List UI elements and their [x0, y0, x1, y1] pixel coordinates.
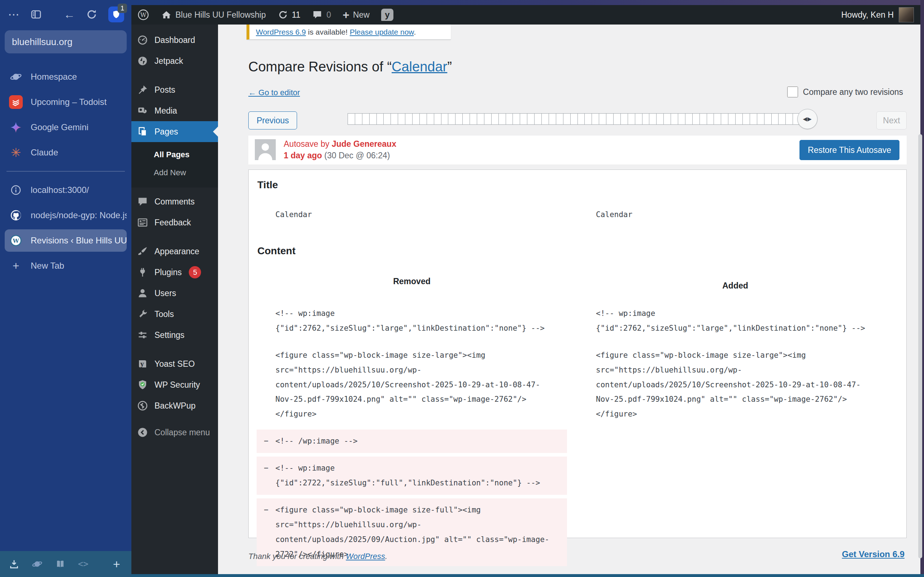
diff-column-headers: Removed Added	[257, 273, 906, 298]
menu-pages-current[interactable]: Pages	[131, 121, 218, 142]
menu-label: Plugins	[155, 268, 181, 277]
site-name-menu[interactable]: Blue Hills UU Fellowship	[155, 5, 272, 24]
comment-count: 0	[326, 10, 331, 20]
wp-logo-menu[interactable]: W	[131, 5, 155, 24]
menu-label: Pages	[155, 127, 178, 137]
pages-icon	[136, 126, 149, 138]
updates-menu[interactable]: 11	[272, 5, 307, 24]
menu-label: Appearance	[155, 247, 199, 256]
diff-row: <!-- /wp:image --> <!-- /wp:image -->	[257, 570, 906, 574]
yoast-menu[interactable]: y	[375, 5, 399, 24]
menu-media[interactable]: Media	[131, 100, 218, 121]
calendar-page-link[interactable]: Calendar	[392, 59, 447, 74]
new-tab-button[interactable]: + New Tab	[5, 255, 127, 277]
submenu-all-pages[interactable]: All Pages	[131, 146, 218, 164]
get-version-link[interactable]: Get Version 6.9	[842, 549, 905, 559]
menu-dashboard[interactable]: Dashboard	[131, 29, 218, 50]
menu-jetpack[interactable]: Jetpack	[131, 50, 218, 71]
url-bar[interactable]: bluehillsuu.org	[5, 30, 127, 53]
jetpack-icon	[136, 55, 149, 67]
wp-admin-bar: W Blue Hills UU Fellowship 11 0 + New y	[131, 5, 921, 24]
menu-wp-security[interactable]: WP Security	[131, 374, 218, 395]
menu-feedback[interactable]: Feedback	[131, 212, 218, 233]
my-account-menu[interactable]: Howdy, Ken H	[842, 7, 921, 23]
browser-toolbar: ⋯ ← 1	[0, 0, 131, 25]
media-icon	[136, 105, 149, 117]
code-icon[interactable]: <>	[78, 558, 89, 571]
go-to-editor-link[interactable]: ← Go to editor	[248, 88, 300, 97]
tab-localhost[interactable]: localhost:3000/	[5, 179, 127, 201]
menu-appearance[interactable]: Appearance	[131, 241, 218, 262]
users-icon	[136, 287, 149, 299]
wordpress-link[interactable]: WordPress	[346, 552, 385, 561]
sidebar-toggle-icon[interactable]	[30, 6, 42, 23]
tab-group-divider	[6, 171, 125, 172]
home-icon	[161, 10, 172, 20]
next-button[interactable]: Next	[876, 111, 907, 129]
settings-sliders-icon	[136, 329, 149, 341]
tab-gemini[interactable]: Google Gemini	[5, 116, 127, 139]
tab-homespace[interactable]: Homespace	[5, 66, 127, 88]
footer-version: Get Version 6.9	[842, 549, 905, 559]
autosave-byline: Autosave by Jude Genereaux	[284, 139, 396, 149]
menu-users[interactable]: Users	[131, 283, 218, 304]
menu-comments[interactable]: Comments	[131, 191, 218, 212]
submenu-add-new[interactable]: Add New	[131, 164, 218, 182]
tab-todoist[interactable]: Upcoming – Todoist	[5, 91, 127, 113]
menu-settings[interactable]: Settings	[131, 324, 218, 345]
tab-label: localhost:3000/	[31, 185, 89, 195]
footer-thanks: Thank you for creating with WordPress.	[248, 552, 387, 561]
downloads-icon[interactable]	[9, 558, 19, 571]
menu-label: Comments	[155, 197, 195, 206]
wp-logo-icon: W	[141, 11, 147, 18]
new-tab-label: New Tab	[31, 261, 64, 271]
revisions-diff-panel: Title Calendar Calendar Content Removed …	[248, 169, 907, 538]
tab-label: nodejs/node-gyp: Node.js na	[31, 210, 127, 220]
compare-checkbox[interactable]	[787, 87, 798, 97]
backup-icon	[136, 400, 149, 412]
revision-tickmarks[interactable]	[347, 113, 808, 125]
tab-label: Revisions ‹ Blue Hills UU Fell	[31, 235, 127, 246]
please-update-link[interactable]: Please update now	[350, 28, 414, 36]
previous-button[interactable]: Previous	[248, 111, 297, 129]
comments-menu[interactable]: 0	[306, 5, 337, 24]
minus-marker: −	[264, 434, 268, 449]
menu-posts[interactable]: Posts	[131, 79, 218, 100]
tab-label: Google Gemini	[31, 122, 89, 132]
menu-label: Tools	[155, 309, 174, 319]
back-icon[interactable]: ←	[63, 6, 75, 23]
tab-claude[interactable]: ✳ Claude	[5, 141, 127, 164]
wordpress-69-link[interactable]: WordPress 6.9	[256, 28, 306, 36]
tab-github[interactable]: nodejs/node-gyp: Node.js na	[5, 204, 127, 226]
tab-revisions-active[interactable]: W Revisions ‹ Blue Hills UU Fell	[5, 229, 127, 252]
reload-icon[interactable]	[86, 6, 97, 23]
comment-bubble-icon	[312, 10, 323, 20]
new-content-menu[interactable]: + New	[337, 5, 375, 24]
menu-yoast-seo[interactable]: y Yoast SEO	[131, 353, 218, 374]
plugins-icon	[136, 266, 149, 279]
compare-label: Compare any two revisions	[803, 87, 903, 97]
howdy-text: Howdy, Ken H	[842, 10, 894, 20]
menu-collapse[interactable]: Collapse menu	[131, 422, 218, 443]
reading-list-icon[interactable]	[55, 558, 66, 571]
restore-autosave-button[interactable]: Restore This Autosave	[800, 140, 900, 160]
spaces-planet-icon[interactable]	[32, 558, 43, 571]
new-window-plus-icon[interactable]: +	[113, 558, 120, 571]
gemini-icon	[9, 121, 23, 134]
scrollbar-thumb[interactable]	[918, 134, 922, 558]
more-menu-icon[interactable]: ⋯	[8, 6, 19, 23]
menu-plugins[interactable]: Plugins 5	[131, 262, 218, 283]
diff-row: <figure class="wp-block-image size-large…	[257, 344, 906, 426]
added-header: Added	[590, 273, 900, 298]
menu-tools[interactable]: Tools	[131, 304, 218, 324]
main-content: WordPress 6.9 is available! Please updat…	[218, 24, 921, 574]
plus-icon: +	[342, 9, 349, 21]
menu-label: Collapse menu	[155, 428, 210, 437]
revision-slider-handle[interactable]: ◀▶	[797, 109, 817, 129]
security-shield-icon	[136, 379, 149, 391]
autosave-date: 1 day ago (30 Dec @ 06:24)	[284, 151, 390, 161]
tab-list: Homespace Upcoming – Todoist Google Gemi…	[0, 57, 131, 277]
menu-backwpup[interactable]: BackWPup	[131, 395, 218, 416]
site-name: Blue Hills UU Fellowship	[175, 10, 266, 20]
password-extension-icon[interactable]: 1	[108, 6, 124, 23]
